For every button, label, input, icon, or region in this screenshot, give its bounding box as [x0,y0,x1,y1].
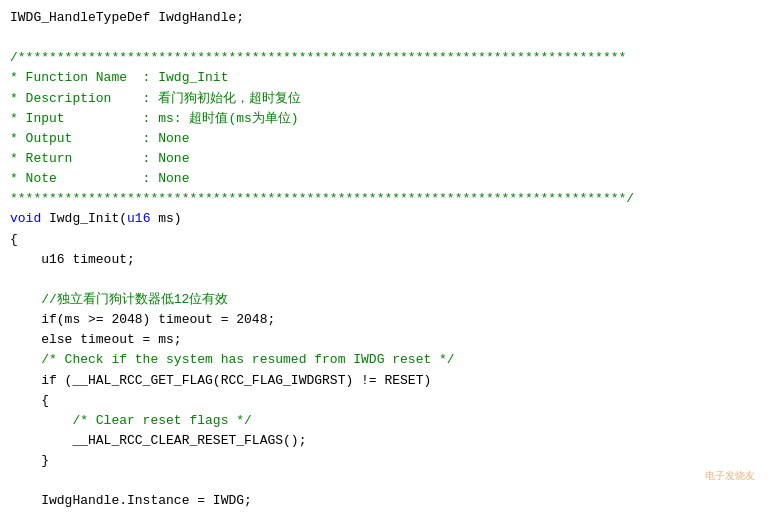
code-line: ****************************************… [10,189,770,209]
code-line: u16 timeout; [10,250,770,270]
code-line: * Function Name : Iwdg_Init [10,68,770,88]
code-segment: Iwdg_Init( [41,211,127,226]
code-segment: else timeout = ms; [10,332,182,347]
code-segment: void [10,211,41,226]
code-line: if(ms >= 2048) timeout = 2048; [10,310,770,330]
code-line: IWDG_HandleTypeDef IwdgHandle; [10,8,770,28]
code-line: /* Check if the system has resumed from … [10,350,770,370]
code-segment: } [10,453,49,468]
code-segment: * Return : None [10,151,189,166]
code-segment: * Function Name : Iwdg_Init [10,70,228,85]
code-segment: IwdgHandle.Instance = IWDG; [10,493,252,508]
code-segment: /***************************************… [10,50,626,65]
code-line: void Iwdg_Init(u16 ms) [10,209,770,229]
code-segment: ****************************************… [10,191,634,206]
code-line: IwdgHandle.Instance = IWDG; [10,491,770,511]
code-line: __HAL_RCC_CLEAR_RESET_FLAGS(); [10,431,770,451]
code-segment: * Output : None [10,131,189,146]
code-segment: u16 timeout; [10,252,135,267]
code-segment: __HAL_RCC_CLEAR_RESET_FLAGS(); [10,433,306,448]
code-line: { [10,230,770,250]
code-segment: ms) [150,211,181,226]
code-line: * Return : None [10,149,770,169]
code-segment: * Note : None [10,171,189,186]
code-line: * Note : None [10,169,770,189]
code-editor: IWDG_HandleTypeDef IwdgHandle; /********… [0,0,780,514]
code-line: * Output : None [10,129,770,149]
code-segment: * Description : 看门狗初始化，超时复位 [10,91,301,106]
code-segment: /* Clear reset flags */ [10,413,252,428]
code-segment: * Input : ms: 超时值(ms为单位) [10,111,299,126]
code-line [10,270,770,290]
code-segment: IWDG_HandleTypeDef IwdgHandle; [10,10,244,25]
code-line: * Input : ms: 超时值(ms为单位) [10,109,770,129]
code-segment: { [10,232,18,247]
code-segment: { [10,393,49,408]
code-line: } [10,451,770,471]
code-line [10,28,770,48]
code-segment: /* Check if the system has resumed from … [10,352,455,367]
code-segment: u16 [127,211,150,226]
code-line: /***************************************… [10,48,770,68]
code-segment: if(ms >= 2048) timeout = 2048; [10,312,275,327]
code-line: //独立看门狗计数器低12位有效 [10,290,770,310]
watermark-text: 电子发烧友 [690,469,770,483]
code-line: if (__HAL_RCC_GET_FLAG(RCC_FLAG_IWDGRST)… [10,371,770,391]
code-line: else timeout = ms; [10,330,770,350]
code-segment: if (__HAL_RCC_GET_FLAG(RCC_FLAG_IWDGRST)… [10,373,431,388]
code-line [10,471,770,491]
code-segment: //独立看门狗计数器低12位有效 [10,292,228,307]
code-line: * Description : 看门狗初始化，超时复位 [10,89,770,109]
watermark: 电子发烧友 [690,469,770,504]
code-line: /* Clear reset flags */ [10,411,770,431]
code-line: { [10,391,770,411]
